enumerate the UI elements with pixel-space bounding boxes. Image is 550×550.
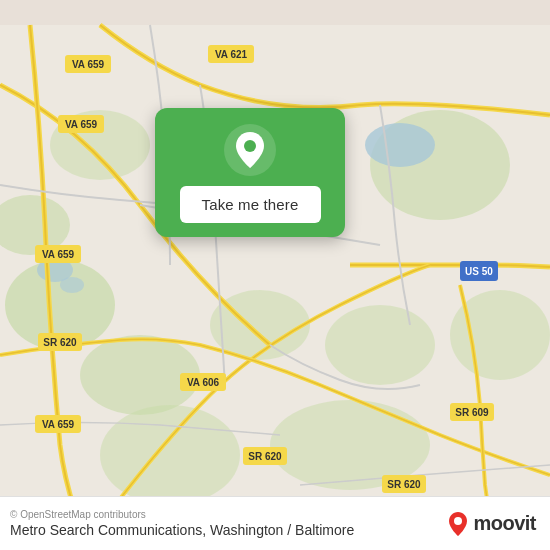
svg-text:SR 609: SR 609 [455,407,489,418]
svg-text:VA 659: VA 659 [65,119,98,130]
svg-text:VA 659: VA 659 [42,419,75,430]
svg-text:VA 621: VA 621 [215,49,248,60]
moovit-brand-text: moovit [473,512,536,535]
svg-text:VA 659: VA 659 [72,59,105,70]
svg-text:SR 620: SR 620 [248,451,282,462]
location-title: Metro Search Communications, Washington … [10,522,354,538]
location-pin-icon [224,124,276,176]
moovit-pin-icon [447,510,469,538]
svg-text:VA 606: VA 606 [187,377,220,388]
bottom-left: © OpenStreetMap contributors Metro Searc… [10,509,354,538]
take-me-there-button[interactable]: Take me there [180,186,321,223]
svg-point-37 [244,140,256,152]
copyright-text: © OpenStreetMap contributors [10,509,354,520]
svg-point-7 [325,305,435,385]
popup-card: Take me there [155,108,345,237]
svg-point-11 [365,123,435,167]
map-svg: VA 659 VA 621 VA 659 VA 659 VA 659 SR 62… [0,0,550,550]
moovit-logo: moovit [447,510,536,538]
bottom-bar: © OpenStreetMap contributors Metro Searc… [0,496,550,550]
svg-text:SR 620: SR 620 [387,479,421,490]
svg-text:SR 620: SR 620 [43,337,77,348]
svg-point-13 [60,277,84,293]
svg-text:VA 659: VA 659 [42,249,75,260]
map-container: VA 659 VA 621 VA 659 VA 659 VA 659 SR 62… [0,0,550,550]
svg-point-38 [454,517,462,525]
svg-text:US 50: US 50 [465,266,493,277]
svg-point-8 [100,405,240,505]
